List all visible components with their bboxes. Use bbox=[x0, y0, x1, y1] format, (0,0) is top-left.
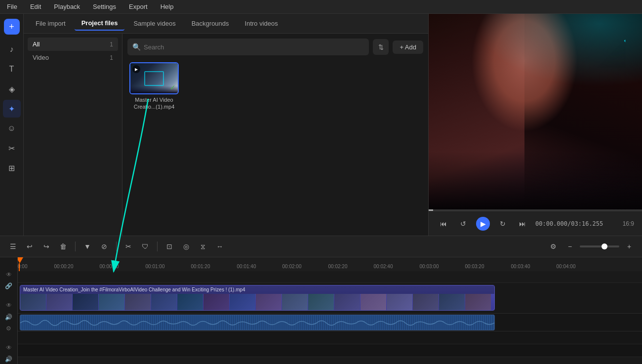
track-eye-btn[interactable]: 👁 bbox=[3, 270, 14, 279]
rewind-button[interactable]: ↺ bbox=[456, 217, 470, 231]
divider3 bbox=[157, 242, 158, 251]
search-input-wrap[interactable]: 🔍 bbox=[127, 39, 369, 55]
menu-edit[interactable]: Edit bbox=[28, 2, 43, 11]
razor-tool-btn[interactable]: ⊘ bbox=[97, 240, 111, 253]
search-input[interactable] bbox=[144, 43, 364, 51]
ruler-label-6: 00:02:00 bbox=[282, 264, 302, 269]
add-media-label: + Add bbox=[400, 43, 416, 51]
audio-waveform bbox=[20, 315, 494, 330]
add-button[interactable]: + bbox=[4, 19, 20, 35]
tab-bar: File import Project files Sample videos … bbox=[24, 14, 428, 34]
ruler-label-1: 00:00:20 bbox=[54, 264, 74, 269]
color-btn[interactable]: ⧖ bbox=[196, 240, 210, 253]
menu-help[interactable]: Help bbox=[159, 2, 176, 11]
timeline-settings-btn[interactable]: ☰ bbox=[6, 240, 20, 253]
zoom-out-btn[interactable]: − bbox=[563, 240, 577, 253]
empty-track-row bbox=[18, 271, 642, 283]
sidebar: + ♪ T ◈ ✦ ☺ ✂ ⊞ bbox=[0, 14, 24, 236]
clip-filename: Master AI Video Creation_Join the #Filmo… bbox=[20, 285, 494, 294]
tab-intro-videos[interactable]: Intro videos bbox=[238, 17, 285, 30]
ruler-label-10: 00:03:20 bbox=[465, 264, 484, 269]
ruler-label-11: 00:03:40 bbox=[511, 264, 530, 269]
media-grid-area: 🔍 ⇅ + Add bbox=[122, 34, 428, 236]
transform-btn[interactable]: ↔ bbox=[213, 240, 227, 253]
ai-icon: ✦ bbox=[8, 104, 15, 114]
add-media-button[interactable]: + Add bbox=[393, 40, 423, 54]
category-video-count: 1 bbox=[110, 54, 113, 61]
sort-icon: ⇅ bbox=[378, 43, 384, 51]
menu-settings[interactable]: Settings bbox=[91, 2, 118, 11]
current-time: 00:00.000 bbox=[535, 220, 567, 227]
crop-btn[interactable]: ⊡ bbox=[162, 240, 176, 253]
category-video-label: Video bbox=[33, 54, 49, 61]
text-icon: T bbox=[9, 65, 14, 74]
track-eye2-btn[interactable]: 👁 bbox=[3, 301, 14, 310]
zoom-in-btn[interactable]: + bbox=[622, 240, 636, 253]
track-settings2-btn[interactable]: ⚙ bbox=[3, 324, 14, 333]
speed-btn[interactable]: ◎ bbox=[179, 240, 193, 253]
preview-controls: ⏮ ↺ ▶ ↻ ⏭ 00:00.000/03:16.255 16:9 bbox=[429, 211, 642, 236]
media-item-0[interactable]: ▶ ✓ Master AI Video Creatio...(1).mp4 bbox=[129, 62, 179, 111]
divider1 bbox=[75, 242, 76, 251]
shield-btn[interactable]: 🛡 bbox=[138, 240, 152, 253]
ruler-label-7: 00:02:20 bbox=[328, 264, 348, 269]
timeline-section: ☰ ↩ ↪ 🗑 ▼ ⊘ ✂ 🛡 ⊡ ◎ ⧖ ↔ ⚙ − + 👁 🔗 👁 bbox=[0, 236, 642, 364]
track-link-btn[interactable]: 🔗 bbox=[3, 281, 14, 290]
audio-clip[interactable] bbox=[20, 315, 495, 330]
category-video[interactable]: Video 1 bbox=[28, 51, 118, 64]
ruler-label-12: 00:04:00 bbox=[557, 264, 576, 269]
play-button[interactable]: ▶ bbox=[476, 217, 490, 231]
sidebar-stickers-btn[interactable]: ☺ bbox=[3, 120, 21, 137]
undo-button[interactable]: ↩ bbox=[23, 240, 37, 253]
media-item-name: Master AI Video Creatio...(1).mp4 bbox=[134, 96, 175, 111]
track-eye3-btn[interactable]: 👁 bbox=[3, 343, 14, 353]
playhead-marker[interactable] bbox=[19, 257, 23, 271]
content-panel: File import Project files Sample videos … bbox=[24, 14, 429, 236]
select-tool-btn[interactable]: ▼ bbox=[80, 240, 94, 253]
main-layout: + ♪ T ◈ ✦ ☺ ✂ ⊞ File import Project file… bbox=[0, 14, 642, 236]
tab-project-files[interactable]: Project files bbox=[75, 16, 125, 31]
sidebar-audio-btn[interactable]: ♪ bbox=[3, 40, 21, 58]
zoom-slider[interactable] bbox=[580, 245, 619, 247]
skip-end-button[interactable]: ⏭ bbox=[516, 217, 529, 231]
sidebar-effects-btn[interactable]: ◈ bbox=[3, 80, 21, 98]
stickers-icon: ☺ bbox=[7, 124, 15, 133]
skip-start-button[interactable]: ⏮ bbox=[437, 217, 450, 231]
media-thumbnail: ▶ ✓ bbox=[129, 62, 179, 94]
tab-file-import[interactable]: File import bbox=[29, 17, 73, 30]
track-vol-btn[interactable]: 🔊 bbox=[3, 312, 14, 322]
menu-playback[interactable]: Playback bbox=[52, 2, 82, 11]
timeline-tracks: Master AI Video Creation_Join the #Filmo… bbox=[18, 271, 642, 357]
divider2 bbox=[116, 242, 117, 251]
tab-sample-videos[interactable]: Sample videos bbox=[126, 17, 182, 30]
cut-button[interactable]: ✂ bbox=[121, 240, 135, 253]
grid-icon: ⊞ bbox=[8, 163, 15, 173]
ruler-label-4: 00:01:20 bbox=[191, 264, 210, 269]
menu-file[interactable]: File bbox=[5, 2, 19, 11]
menu-export[interactable]: Export bbox=[127, 2, 150, 11]
redo-button[interactable]: ↪ bbox=[40, 240, 53, 253]
search-bar: 🔍 ⇅ + Add bbox=[127, 39, 423, 55]
selected-check-icon: ✓ bbox=[170, 83, 176, 91]
delete-button[interactable]: 🗑 bbox=[56, 240, 70, 253]
audio-icon: ♪ bbox=[10, 45, 14, 54]
track-vol2-btn[interactable]: 🔊 bbox=[3, 355, 14, 364]
search-icon: 🔍 bbox=[132, 43, 141, 51]
clip-thumbnails bbox=[20, 294, 494, 311]
ai-tools-btn[interactable]: ⚙ bbox=[546, 240, 560, 253]
forward-button[interactable]: ↻ bbox=[496, 217, 510, 231]
time-display: 00:00.000/03:16.255 bbox=[535, 220, 603, 227]
sidebar-grid-btn[interactable]: ⊞ bbox=[3, 159, 21, 177]
tab-backgrounds[interactable]: Backgrounds bbox=[185, 17, 236, 30]
category-all-label: All bbox=[33, 40, 40, 48]
sidebar-transitions-btn[interactable]: ✂ bbox=[3, 139, 21, 157]
video-clip[interactable]: Master AI Video Creation_Join the #Filmo… bbox=[20, 285, 495, 311]
sidebar-ai-btn[interactable]: ✦ bbox=[3, 100, 21, 118]
timeline-ruler: 00:00:00 00:00:20 00:00:40 00:01:00 00:0… bbox=[18, 257, 642, 271]
sidebar-text-btn[interactable]: T bbox=[3, 60, 21, 78]
timeline-left-panel: 👁 🔗 👁 🔊 ⚙ 👁 🔊 bbox=[0, 257, 18, 364]
sort-button[interactable]: ⇅ bbox=[373, 39, 389, 55]
timeline-main: 00:00:00 00:00:20 00:00:40 00:01:00 00:0… bbox=[18, 257, 642, 364]
category-all[interactable]: All 1 bbox=[28, 38, 118, 51]
aspect-ratio-display: 16:9 bbox=[623, 220, 634, 227]
